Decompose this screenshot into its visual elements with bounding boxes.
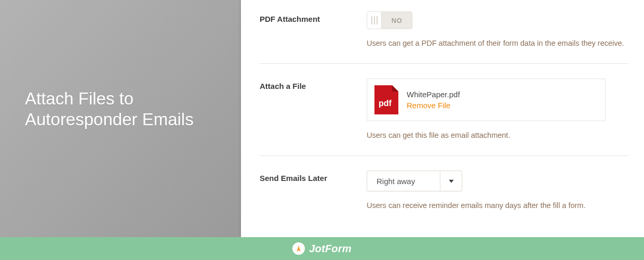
section-send-later: Send Emails Later Right away Users can r…: [260, 156, 628, 226]
toggle-state-label: NO: [382, 17, 412, 24]
brand-name: JotForm: [309, 243, 351, 255]
send-later-select[interactable]: Right away: [367, 171, 462, 191]
section-pdf-attachment: PDF Attachment NO Users can get a PDF at…: [260, 0, 628, 64]
label-pdf-attachment: PDF Attachment: [260, 11, 367, 49]
footer-bar: JotForm: [0, 237, 644, 260]
toggle-knob: [367, 12, 382, 29]
helper-attach-file: Users can get this file as email attachm…: [367, 129, 628, 141]
helper-send-later: Users can receive reminder emails many d…: [367, 200, 628, 211]
hero-panel: Attach Files to Autoresponder Emails: [0, 0, 241, 237]
settings-panel: PDF Attachment NO Users can get a PDF at…: [241, 0, 644, 237]
label-send-later: Send Emails Later: [260, 171, 367, 211]
svg-text:pdf: pdf: [379, 99, 392, 108]
remove-file-link[interactable]: Remove File: [407, 101, 460, 110]
brand-logo-icon: [292, 242, 305, 255]
chevron-down-icon: [440, 171, 462, 191]
label-attach-file: Attach a File: [260, 79, 367, 141]
section-attach-file: Attach a File pdf WhitePaper.pdf: [260, 64, 628, 156]
pdf-attachment-toggle[interactable]: NO: [367, 11, 412, 29]
pdf-file-icon: pdf: [374, 85, 398, 114]
send-later-value: Right away: [367, 171, 440, 191]
brand: JotForm: [292, 242, 351, 255]
attached-file-name: WhitePaper.pdf: [407, 90, 460, 99]
helper-pdf-attachment: Users can get a PDF attachment of their …: [367, 37, 628, 49]
attached-file-box: pdf WhitePaper.pdf Remove File: [367, 79, 606, 121]
hero-title: Attach Files to Autoresponder Emails: [25, 88, 222, 130]
